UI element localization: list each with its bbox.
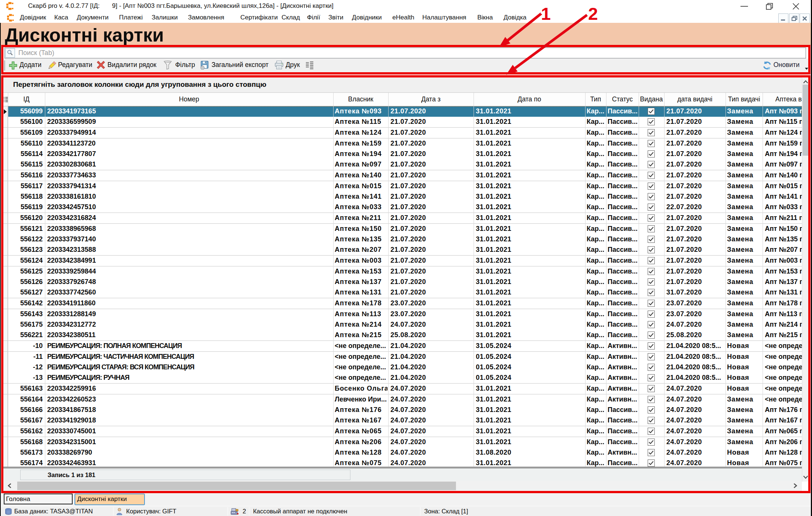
svg-text:2: 2 bbox=[588, 4, 598, 24]
svg-text:1: 1 bbox=[541, 4, 551, 24]
